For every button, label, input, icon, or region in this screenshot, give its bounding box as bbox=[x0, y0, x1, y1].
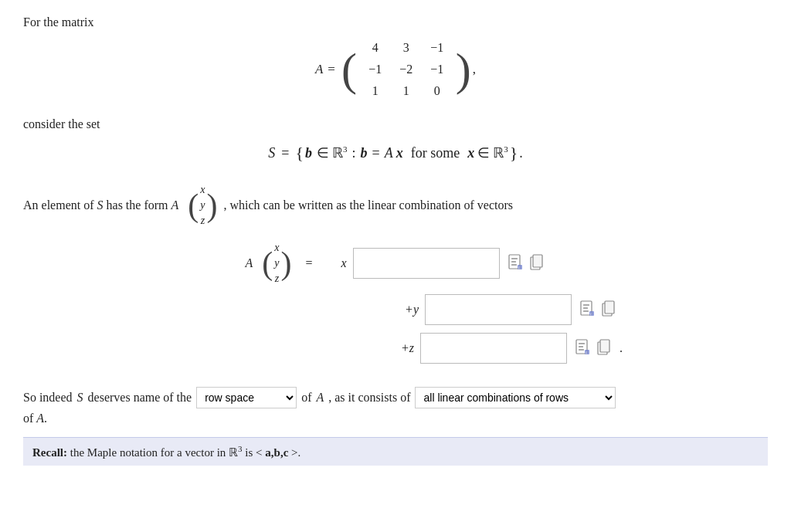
formula-icon-2[interactable]: f bbox=[578, 299, 596, 320]
m21: 1 bbox=[403, 84, 409, 98]
recall-text: the Maple notation for a vector in ℝ3 is… bbox=[70, 446, 301, 459]
intro-text: For the matrix bbox=[23, 15, 768, 29]
mult-row-1: A ( x y z ) = x f bbox=[245, 240, 545, 286]
R3-1: ℝ3 bbox=[332, 144, 348, 161]
so-of-A-text: of A. bbox=[23, 412, 47, 425]
x-bold: x bbox=[396, 145, 403, 161]
dropdown-row: So indeed S deserves name of the row spa… bbox=[23, 387, 768, 408]
coeff-x: x bbox=[324, 256, 347, 270]
matrix-equals: = bbox=[328, 62, 335, 77]
copy-icon-2[interactable] bbox=[599, 299, 618, 320]
so-A-label: A bbox=[316, 391, 324, 405]
icon-area-3: f bbox=[573, 337, 613, 359]
dropdown-name[interactable]: row space column space null space bbox=[196, 387, 297, 408]
small-right-paren: ) bbox=[207, 189, 218, 222]
so-S-label: S bbox=[77, 391, 83, 405]
m22: 0 bbox=[434, 84, 440, 98]
vz: z bbox=[201, 215, 205, 227]
in-symbol: ∈ bbox=[317, 144, 329, 161]
svg-text:f: f bbox=[590, 313, 592, 317]
coeff-z: +z bbox=[391, 341, 414, 355]
svg-rect-18 bbox=[579, 346, 583, 347]
multiplication-section: A ( x y z ) = x f bbox=[23, 240, 768, 364]
consider-text: consider the set bbox=[23, 117, 768, 131]
left-paren: ( bbox=[341, 46, 357, 93]
icon-area-1: f bbox=[506, 252, 546, 274]
mvx: x bbox=[274, 242, 279, 254]
mult-equals: = bbox=[305, 256, 312, 270]
formula-icon-3[interactable]: f bbox=[573, 337, 592, 359]
coeff-y: +y bbox=[396, 303, 419, 317]
input-row-1[interactable] bbox=[353, 248, 500, 279]
so-last-line: of A. bbox=[23, 412, 768, 425]
copy-icon-3[interactable] bbox=[595, 337, 613, 359]
element-S-label: S bbox=[97, 198, 104, 212]
icon-area-2: f bbox=[578, 299, 618, 320]
equals-2: = bbox=[372, 145, 380, 161]
dropdown-consists[interactable]: all linear combinations of rows all line… bbox=[415, 387, 616, 408]
mult-vector: ( x y z ) bbox=[262, 240, 291, 286]
vy: y bbox=[200, 199, 205, 212]
m20: 1 bbox=[372, 84, 379, 98]
vx: x bbox=[200, 184, 205, 196]
so-indeed-text1: So indeed bbox=[23, 391, 73, 405]
matrix-comma: , bbox=[473, 62, 476, 77]
element-text-before: An element of bbox=[23, 198, 94, 212]
recall-bold: Recall: bbox=[32, 446, 67, 459]
svg-rect-3 bbox=[511, 264, 517, 266]
m01: 3 bbox=[403, 41, 409, 55]
svg-rect-23 bbox=[600, 340, 609, 352]
matrix-display: A = ( 4 3 −1 −1 −2 −1 1 1 0 ) , bbox=[23, 37, 768, 102]
b-bold-2: b bbox=[361, 145, 368, 161]
A-label-mult: A bbox=[245, 256, 253, 270]
m11: −2 bbox=[399, 63, 412, 76]
m10: −1 bbox=[368, 63, 382, 76]
R3-2: ℝ3 bbox=[493, 144, 508, 161]
intro-label: For the matrix bbox=[23, 15, 94, 29]
so-of-text: of bbox=[301, 391, 311, 405]
small-vector-grid: x y z bbox=[200, 182, 205, 229]
element-text-has: has the form bbox=[107, 198, 168, 212]
mult-row-3: +z f . bbox=[168, 333, 623, 364]
so-indeed-section: So indeed S deserves name of the row spa… bbox=[23, 387, 768, 425]
so-consists-text: , as it consists of bbox=[328, 391, 410, 405]
in-symbol-2: ∈ bbox=[477, 144, 490, 161]
svg-rect-2 bbox=[511, 261, 516, 263]
for-some: for some bbox=[411, 145, 460, 161]
A-label-set: A bbox=[385, 145, 393, 161]
element-section: An element of S has the form A ( x y z )… bbox=[23, 182, 768, 229]
input-row-2[interactable] bbox=[425, 294, 572, 325]
set-equals: = bbox=[281, 145, 289, 161]
svg-rect-1 bbox=[511, 258, 518, 259]
small-left-paren: ( bbox=[188, 189, 199, 222]
so-indeed-text2: deserves name of the bbox=[88, 391, 192, 405]
svg-rect-10 bbox=[583, 307, 588, 309]
close-brace: } bbox=[510, 143, 518, 163]
recall-box: Recall: the Maple notation for a vector … bbox=[23, 437, 768, 466]
m00: 4 bbox=[372, 41, 379, 55]
set-period: . bbox=[519, 145, 523, 161]
mult-row-2: +y f bbox=[173, 294, 618, 325]
element-text-after: , which can be written as the linear com… bbox=[224, 198, 514, 212]
svg-rect-15 bbox=[605, 301, 614, 313]
m12: −1 bbox=[430, 63, 443, 76]
element-A-label: A bbox=[171, 198, 179, 212]
mvz: z bbox=[275, 273, 279, 285]
colon: : bbox=[352, 145, 356, 161]
svg-rect-9 bbox=[583, 304, 589, 306]
open-brace: { bbox=[295, 143, 304, 163]
svg-rect-19 bbox=[579, 349, 584, 351]
formula-icon-1[interactable]: f bbox=[506, 252, 525, 274]
svg-rect-7 bbox=[533, 255, 542, 267]
input-row-3[interactable] bbox=[420, 333, 567, 364]
matrix-grid: 4 3 −1 −1 −2 −1 1 1 0 bbox=[360, 37, 453, 102]
m02: −1 bbox=[430, 41, 443, 55]
S-label: S bbox=[268, 145, 275, 161]
svg-rect-11 bbox=[583, 310, 589, 312]
svg-text:f: f bbox=[586, 351, 587, 356]
copy-icon-1[interactable] bbox=[528, 252, 546, 274]
svg-rect-17 bbox=[579, 343, 585, 344]
element-vector: ( x y z ) bbox=[188, 182, 217, 229]
svg-text:f: f bbox=[518, 266, 520, 271]
right-paren: ) bbox=[456, 46, 471, 93]
